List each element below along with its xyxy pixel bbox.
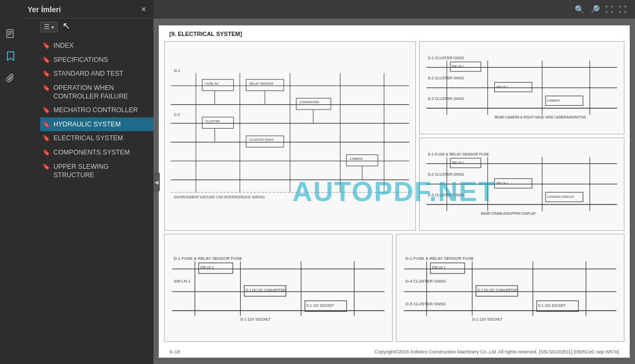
bookmarks-close-button[interactable]: × [141, 5, 146, 14]
pages-icon[interactable] [3, 26, 18, 41]
bookmark-label: STANDARD AND TEST [53, 69, 148, 78]
svg-text:REAR CRAWLER/UPPER DISPLAY: REAR CRAWLER/UPPER DISPLAY [481, 212, 537, 215]
svg-text:CLUSTER GNSS: CLUSTER GNSS [249, 138, 274, 141]
bookmark-label: OPERATION WHEN CONTROLLER FAILURE [53, 84, 148, 101]
diagram-right-bottom: D-1 FUSE & RELAY SENSOR FUSE D-2 CLUSTER… [419, 138, 624, 231]
diagram-area: D-1 FUSE 5A RELAY SENSOR CONVERTER D-2 C… [164, 41, 624, 342]
svg-text:D-1: D-1 [174, 69, 180, 73]
page-footer: 9–18 Copyright©2016 Kobelco Construction… [169, 349, 619, 354]
attachments-icon[interactable] [3, 71, 18, 86]
bookmark-item-components[interactable]: 🔖 COMPONENTS SYSTEM [40, 145, 153, 160]
svg-text:CONVERTER: CONVERTER [300, 101, 319, 104]
bookmark-label: HYDRAULIC SYSTEM [53, 120, 148, 129]
svg-rect-20 [347, 154, 378, 166]
bookmark-icon: 🔖 [42, 106, 50, 115]
svg-text:SW LN 1: SW LN 1 [452, 161, 464, 164]
menu-icon: ☰ [44, 23, 50, 31]
svg-text:D-1 12V SOCKET: D-1 12V SOCKET [538, 304, 566, 307]
diagram-bottom-row: D-1 FUSE & RELAY SENSOR FUSE SW LN 1 SW … [164, 234, 624, 342]
side-icons-strip [0, 21, 21, 91]
svg-text:D-1 CLUSTER GNSS: D-1 CLUSTER GNSS [428, 56, 465, 60]
sidebar: Yer İmleri × ☰ ▾ 🔖 INDEX 🔖 SPECIFICATION… [0, 0, 153, 364]
bookmark-item-standard-and-test[interactable]: 🔖 STANDARD AND TEST [40, 67, 153, 81]
bookmark-icon: 🔖 [42, 56, 50, 65]
svg-rect-19 [246, 136, 284, 147]
diagram-right-stack: D-1 CLUSTER GNSS D-2 CLUSTER GNSS D-3 CL… [419, 41, 624, 231]
page-title: [9. ELECTRICAL SYSTEM] [169, 31, 242, 37]
svg-text:D-2 CLUSTER GNSS: D-2 CLUSTER GNSS [428, 76, 465, 80]
svg-text:CAMERA: CAMERA [350, 157, 363, 160]
svg-text:D-3 CLUSTER GNSS: D-3 CLUSTER GNSS [428, 97, 465, 101]
bookmark-label: SPECIFICATIONS [53, 56, 148, 64]
svg-text:SW LN 1: SW LN 1 [496, 181, 508, 185]
bookmark-item-operation-when[interactable]: 🔖 OPERATION WHEN CONTROLLER FAILURE [40, 81, 153, 104]
diagram-right-top: D-1 CLUSTER GNSS D-2 CLUSTER GNSS D-3 CL… [419, 41, 624, 134]
main-content: 🔍 🔎 ⛶ ⛶ [9. ELECTRICAL SYSTEM] AUTOPDF.N… [153, 0, 635, 364]
bookmarks-header: Yer İmleri × [20, 0, 153, 19]
bookmark-icon: 🔖 [42, 149, 50, 157]
bookmark-label: UPPER SLEWING STRUCTURE [53, 162, 148, 180]
svg-rect-3 [8, 34, 11, 35]
svg-text:SW LN 1: SW LN 1 [432, 266, 446, 269]
svg-text:D-3 CLUSTER GNSS: D-3 CLUSTER GNSS [428, 193, 465, 197]
bookmark-icon: 🔖 [42, 70, 50, 78]
svg-text:SW LN 1: SW LN 1 [452, 65, 464, 68]
bookmark-item-index[interactable]: 🔖 INDEX [40, 39, 153, 53]
bookmark-icon: 🔖 [42, 84, 50, 93]
svg-rect-16 [246, 79, 284, 90]
bookmarks-icon[interactable] [3, 49, 18, 63]
bookmark-item-electrical[interactable]: 🔖 ELECTRICAL SYSTEM [40, 131, 153, 145]
main-topbar: 🔍 🔎 ⛶ ⛶ [153, 0, 635, 19]
svg-text:D-5 CLUSTER GNSS: D-5 CLUSTER GNSS [405, 302, 446, 306]
svg-text:D-1 12V SOCKET: D-1 12V SOCKET [306, 304, 334, 307]
bookmarks-list: 🔖 INDEX 🔖 SPECIFICATIONS 🔖 STANDARD AND … [40, 35, 153, 364]
bookmark-icon: 🔖 [42, 163, 50, 171]
sidebar-collapse-handle[interactable]: ◀ [153, 172, 160, 192]
diagram-bottom-right: D-1 FUSE & RELAY SENSOR FUSE SW LN 1 D-1… [396, 234, 624, 342]
page-number: 9–18 [169, 349, 180, 354]
zoom-out-icon[interactable]: 🔍 [575, 5, 585, 14]
svg-rect-2 [8, 33, 12, 34]
svg-text:RELAY SENSOR: RELAY SENSOR [249, 82, 273, 85]
svg-rect-1 [8, 31, 12, 32]
bookmark-item-upper-slewing[interactable]: 🔖 UPPER SLEWING STRUCTURE [40, 160, 153, 183]
diagram-top-row: D-1 FUSE 5A RELAY SENSOR CONVERTER D-2 C… [164, 41, 624, 231]
bookmarks-menu-button[interactable]: ☰ ▾ [40, 22, 58, 32]
svg-text:D-4 CLUSTER GNSS: D-4 CLUSTER GNSS [405, 279, 446, 284]
pdf-page-area: [9. ELECTRICAL SYSTEM] AUTOPDF.NET [153, 19, 635, 364]
zoom-in-icon[interactable]: 🔎 [590, 5, 600, 14]
svg-text:LOADING DISPLAY: LOADING DISPLAY [547, 195, 575, 198]
svg-text:D-1 12V SOCKET: D-1 12V SOCKET [240, 317, 271, 321]
pdf-page-white: [9. ELECTRICAL SYSTEM] AUTOPDF.NET [159, 25, 630, 358]
svg-rect-15 [202, 79, 233, 90]
bookmark-icon: 🔖 [42, 121, 50, 129]
bookmark-item-hydraulic[interactable]: 🔖 HYDRAULIC SYSTEM [40, 117, 153, 132]
bookmark-icon: 🔖 [42, 42, 50, 50]
collapse-arrow-icon: ◀ [155, 179, 159, 185]
bookmark-label: COMPONENTS SYSTEM [53, 148, 148, 157]
bookmarks-title: Yer İmleri [28, 5, 61, 14]
svg-text:D-1 FUSE & RELAY SENSOR FUSE: D-1 FUSE & RELAY SENSOR FUSE [174, 256, 242, 261]
svg-text:D-1 DC-DC CONVERTER: D-1 DC-DC CONVERTER [246, 288, 285, 292]
bookmark-item-mechatro[interactable]: 🔖 MECHATRO CONTROLLER [40, 103, 153, 117]
bookmark-item-specifications[interactable]: 🔖 SPECIFICATIONS [40, 53, 153, 67]
svg-text:D-1 12V SOCKET: D-1 12V SOCKET [472, 317, 503, 321]
svg-text:SW LN 1: SW LN 1 [174, 279, 190, 284]
svg-text:CLUSTER: CLUSTER [205, 120, 220, 123]
bookmark-icon: 🔖 [42, 134, 50, 143]
bookmark-label: ELECTRICAL SYSTEM [53, 134, 148, 142]
svg-text:D-2 CLUSTER GNSS: D-2 CLUSTER GNSS [428, 172, 465, 176]
svg-text:D-2: D-2 [174, 113, 180, 117]
fit-page-icon[interactable]: ⛶ [605, 5, 613, 14]
chevron-down-icon: ▾ [51, 24, 54, 30]
bookmark-label: MECHATRO CONTROLLER [53, 106, 148, 114]
svg-text:ENVIRONMENT AROUND CAN INTERFE: ENVIRONMENT AROUND CAN INTERFERENCE WIRI… [174, 195, 265, 199]
svg-rect-18 [202, 117, 233, 128]
bookmarks-toolbar: ☰ ▾ [40, 19, 153, 35]
fullscreen-icon[interactable]: ⛶ [619, 5, 627, 14]
diagram-left-main: D-1 FUSE 5A RELAY SENSOR CONVERTER D-2 C… [164, 41, 416, 231]
svg-rect-17 [296, 98, 331, 110]
copyright-text: Copyright©2016 Kobelco Construction Mach… [375, 349, 619, 354]
svg-text:REAR CAMERA & RIGHT HAND SIDE : REAR CAMERA & RIGHT HAND SIDE CAMERA/MON… [495, 115, 586, 119]
svg-text:SW LN 1: SW LN 1 [200, 266, 214, 269]
